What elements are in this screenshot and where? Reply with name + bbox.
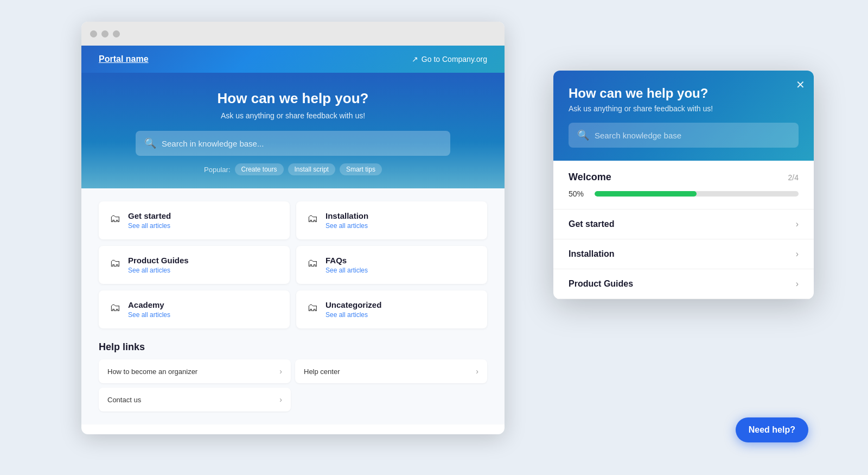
hero-title: How can we help you? [99,90,487,107]
popular-tag[interactable]: Install script [288,163,335,175]
help-link-help-center[interactable]: Help center › [295,359,487,383]
nav-item-label: Installation [569,249,614,259]
category-link[interactable]: See all articles [326,311,381,319]
overlay-subtitle: Ask us anything or share feedback with u… [569,104,799,113]
popular-tag[interactable]: Smart tips [340,163,382,175]
welcome-section: Welcome 2/4 50% [553,161,814,210]
portal-header: Portal name ↗ Go to Company.org [81,46,505,73]
help-link-label: Help center [304,368,340,376]
browser-dot-green [113,30,120,37]
browser-dot-red [90,30,97,37]
chevron-right-icon: › [279,395,282,404]
category-name: Get started [128,211,171,220]
chevron-right-icon: › [279,367,282,376]
search-icon: 🔍 [144,137,156,149]
folder-icon: 🗂 [110,257,120,269]
category-name: Academy [128,300,170,309]
chevron-right-icon: › [796,249,799,259]
category-card-faqs[interactable]: 🗂 FAQs See all articles [296,246,487,284]
category-card-uncategorized[interactable]: 🗂 Uncategorized See all articles [296,290,487,328]
nav-item-label: Product Guides [569,279,633,289]
welcome-label: Welcome [569,172,611,183]
browser-dot-yellow [101,30,108,37]
progress-bar-background [595,191,799,197]
close-button[interactable]: ✕ [796,79,805,90]
search-placeholder-text: Search in knowledge base... [162,139,264,148]
search-bar[interactable]: 🔍 Search in knowledge base... [136,131,450,156]
chevron-right-icon: › [796,219,799,229]
category-card-product-guides[interactable]: 🗂 Product Guides See all articles [99,246,290,284]
categories-grid: 🗂 Get started See all articles 🗂 Install… [99,201,487,328]
popular-row: Popular: Create toursInstall scriptSmart… [99,163,487,175]
category-link[interactable]: See all articles [326,222,368,230]
progress-bar-fill [595,191,697,197]
folder-icon: 🗂 [307,257,318,269]
welcome-count: 2/4 [788,173,799,182]
category-name: Installation [326,211,368,220]
category-name: Product Guides [128,256,189,265]
overlay-title: How can we help you? [569,86,799,101]
nav-item-label: Get started [569,219,614,229]
category-name: Uncategorized [326,300,381,309]
overlay-search-input[interactable] [595,131,790,140]
welcome-row: Welcome 2/4 [569,172,799,183]
overlay-search-bar[interactable]: 🔍 [569,123,799,148]
hero-section: How can we help you? Ask us anything or … [81,73,505,188]
category-card-installation[interactable]: 🗂 Installation See all articles [296,201,487,239]
hero-subtitle: Ask us anything or share feedback with u… [99,111,487,120]
browser-window: Portal name ↗ Go to Company.org How can … [81,22,505,434]
category-name: FAQs [326,256,368,265]
help-links-title: Help links [99,341,487,353]
folder-icon: 🗂 [110,301,120,314]
help-links-grid: How to become an organizer › Help center… [99,359,487,411]
help-link-contact[interactable]: Contact us › [99,388,291,411]
need-help-button[interactable]: Need help? [736,417,808,442]
external-icon: ↗ [412,55,418,64]
folder-icon: 🗂 [307,301,318,314]
popular-label: Popular: [204,166,230,174]
overlay-panel: ✕ How can we help you? Ask us anything o… [553,71,814,299]
category-card-get-started[interactable]: 🗂 Get started See all articles [99,201,290,239]
help-link-label: Contact us [107,396,141,404]
help-link-label: How to become an organizer [107,368,197,376]
chevron-right-icon: › [476,367,478,376]
portal-name[interactable]: Portal name [99,54,149,64]
browser-chrome [81,22,505,46]
category-link[interactable]: See all articles [128,222,171,230]
popular-tag[interactable]: Create tours [235,163,284,175]
folder-icon: 🗂 [110,212,120,225]
chevron-right-icon: › [796,279,799,289]
progress-row: 50% [569,189,799,198]
folder-icon: 🗂 [307,212,318,225]
nav-item-get-started[interactable]: Get started › [553,210,814,239]
category-card-academy[interactable]: 🗂 Academy See all articles [99,290,290,328]
progress-percent: 50% [569,189,588,198]
category-link[interactable]: See all articles [128,311,170,319]
nav-item-product-guides[interactable]: Product Guides › [553,269,814,299]
overlay-search-icon: 🔍 [577,129,589,141]
nav-item-installation[interactable]: Installation › [553,239,814,269]
category-link[interactable]: See all articles [326,267,368,274]
overlay-header: ✕ How can we help you? Ask us anything o… [553,71,814,161]
main-content: 🗂 Get started See all articles 🗂 Install… [81,188,505,425]
company-link[interactable]: ↗ Go to Company.org [412,55,487,64]
help-link-organizer[interactable]: How to become an organizer › [99,359,291,383]
category-link[interactable]: See all articles [128,267,189,274]
